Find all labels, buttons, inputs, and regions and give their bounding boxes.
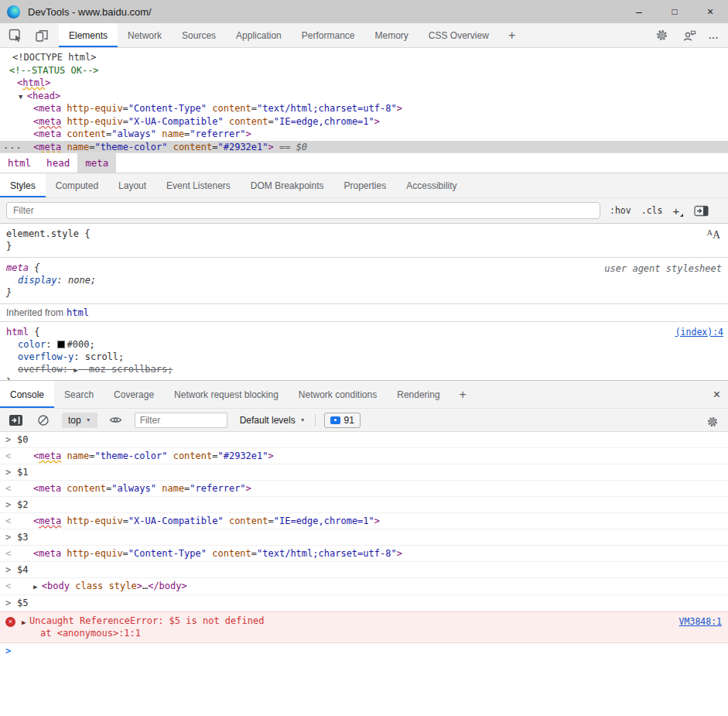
- tab-elements[interactable]: Elements: [59, 23, 118, 47]
- close-button[interactable]: ×: [692, 0, 728, 23]
- breadcrumb: html head meta: [0, 152, 728, 173]
- console-input-row[interactable]: >$1: [0, 464, 728, 481]
- css-declaration-line[interactable]: }: [0, 376, 728, 380]
- add-panel-button[interactable]: +: [499, 23, 525, 47]
- css-declaration-line[interactable]: element.style {: [0, 228, 728, 240]
- dom-tree-node[interactable]: <html>: [0, 77, 728, 90]
- device-toolbar-button[interactable]: [34, 28, 50, 43]
- maximize-button[interactable]: □: [657, 0, 692, 23]
- tab-dom-breakpoints[interactable]: DOM Breakpoints: [241, 173, 334, 197]
- tab-network-request-blocking[interactable]: Network request blocking: [164, 381, 289, 408]
- tab-css-overview[interactable]: CSS Overview: [419, 23, 499, 47]
- tab-performance[interactable]: Performance: [292, 23, 365, 47]
- tab-rendering[interactable]: Rendering: [387, 381, 449, 408]
- console-input-row[interactable]: >$3: [0, 529, 728, 546]
- output-chevron-icon: <: [5, 448, 11, 464]
- tab-coverage[interactable]: Coverage: [104, 381, 164, 408]
- inherited-from-row: Inherited fromhtml: [0, 304, 728, 322]
- breadcrumb-meta[interactable]: meta: [77, 153, 116, 173]
- toggle-element-state-button[interactable]: :hov: [610, 205, 631, 216]
- console-settings-button[interactable]: [705, 414, 720, 430]
- tab-computed[interactable]: Computed: [46, 173, 108, 197]
- breadcrumb-html[interactable]: html: [0, 153, 39, 173]
- more-options-button[interactable]: ...: [709, 30, 719, 41]
- console-filter-input[interactable]: [135, 413, 227, 428]
- console-messages: >$0<<meta name="theme-color" content="#2…: [0, 432, 728, 662]
- css-declaration-line[interactable]: color: #000;: [0, 338, 728, 351]
- prompt-chevron-icon: >: [5, 643, 11, 659]
- tab-memory[interactable]: Memory: [365, 23, 419, 47]
- console-result-row[interactable]: <<meta http-equiv="X-UA-Compatible" cont…: [0, 513, 728, 529]
- inherited-node-link[interactable]: html: [67, 307, 89, 318]
- expand-triangle-icon[interactable]: ▶: [22, 616, 26, 629]
- add-drawer-tab-button[interactable]: +: [450, 381, 476, 408]
- console-result-row[interactable]: <<meta name="theme-color" content="#2932…: [0, 448, 728, 464]
- clear-console-button[interactable]: [36, 413, 51, 428]
- minimize-button[interactable]: –: [621, 0, 657, 23]
- error-text: Uncaught ReferenceError: $5 is not defin…: [0, 615, 728, 627]
- inspect-element-button[interactable]: [8, 28, 23, 43]
- console-result-row[interactable]: <<meta content="always" name="referrer">: [0, 481, 728, 497]
- console-prompt[interactable]: >: [0, 643, 728, 662]
- styles-filter-input[interactable]: [6, 202, 600, 219]
- input-chevron-icon: >: [5, 497, 11, 512]
- tab-application[interactable]: Application: [226, 23, 292, 47]
- tab-properties[interactable]: Properties: [334, 173, 397, 197]
- close-drawer-button[interactable]: ×: [713, 381, 720, 409]
- dom-tree: <!DOCTYPE html><!--STATUS OK--><html>▼ <…: [0, 48, 728, 152]
- output-chevron-icon: <: [5, 578, 11, 594]
- console-error-message[interactable]: ×▶Uncaught ReferenceError: $5 is not def…: [0, 612, 728, 643]
- css-declaration-line[interactable]: }: [0, 240, 728, 252]
- issues-counter[interactable]: 91: [324, 413, 361, 428]
- computed-sidebar-toggle-button[interactable]: [693, 203, 709, 218]
- console-sidebar-toggle-button[interactable]: [8, 413, 23, 428]
- style-rule-element-style[interactable]: element.style {} AA: [0, 224, 728, 258]
- css-declaration-line[interactable]: overflow-y: scroll;: [0, 351, 728, 363]
- breadcrumb-head[interactable]: head: [39, 153, 77, 173]
- feedback-button[interactable]: [682, 28, 697, 43]
- dom-tree-node[interactable]: ▼ <head>: [0, 90, 728, 103]
- css-declaration-line[interactable]: display: none;: [0, 274, 728, 286]
- console-sidebar-icon: [9, 415, 22, 426]
- dom-tree-node-selected[interactable]: ...<meta name="theme-color" content="#29…: [0, 141, 728, 153]
- dom-tree-node[interactable]: <meta http-equiv="X-UA-Compatible" conte…: [0, 115, 728, 128]
- css-declaration-line[interactable]: html {: [0, 326, 728, 338]
- tab-search[interactable]: Search: [54, 381, 104, 408]
- css-declaration-line[interactable]: overflow: ▶ -moz-scrollbars;: [0, 363, 728, 376]
- tab-event-listeners[interactable]: Event Listeners: [156, 173, 241, 197]
- tab-network[interactable]: Network: [118, 23, 172, 47]
- tab-styles[interactable]: Styles: [0, 173, 46, 197]
- dom-tree-node[interactable]: <meta content="always" name="referrer">: [0, 128, 728, 141]
- css-declaration-line[interactable]: }: [0, 286, 728, 299]
- tab-accessibility[interactable]: Accessibility: [396, 173, 467, 197]
- tab-network-conditions[interactable]: Network conditions: [289, 381, 387, 408]
- create-live-expression-button[interactable]: [108, 413, 124, 428]
- dom-tree-node[interactable]: <!--STATUS OK-->: [0, 64, 728, 77]
- new-style-rule-button[interactable]: +: [672, 204, 683, 218]
- console-input-row[interactable]: >$4: [0, 562, 728, 578]
- console-result-row[interactable]: <<meta http-equiv="Content-Type" content…: [0, 546, 728, 562]
- dom-tree-node[interactable]: <meta http-equiv="Content-Type" content=…: [0, 102, 728, 115]
- font-editor-icon[interactable]: AA: [707, 228, 720, 242]
- settings-button[interactable]: [655, 28, 670, 43]
- javascript-context-selector[interactable]: top▼: [62, 413, 97, 428]
- console-input-row[interactable]: >$2: [0, 497, 728, 513]
- stylesheet-source-link[interactable]: (index):4: [675, 327, 723, 337]
- console-input-row[interactable]: >$0: [0, 432, 728, 448]
- clear-icon: [37, 414, 50, 427]
- input-chevron-icon: >: [5, 529, 11, 545]
- tab-console[interactable]: Console: [0, 381, 54, 408]
- error-source-link[interactable]: VM3848:1: [679, 615, 722, 628]
- input-chevron-icon: >: [5, 595, 11, 611]
- style-rule-html[interactable]: (index):4 html {color: #000;overflow-y: …: [0, 322, 728, 380]
- log-levels-dropdown[interactable]: Default levels▼: [240, 415, 306, 426]
- console-input-row[interactable]: >$5: [0, 595, 728, 612]
- tab-layout[interactable]: Layout: [108, 173, 156, 197]
- style-rule-user-agent-meta[interactable]: user agent stylesheet meta {display: non…: [0, 258, 728, 304]
- console-result-row[interactable]: <▶ <body class style>…</body>: [0, 578, 728, 595]
- tab-sources[interactable]: Sources: [172, 23, 226, 47]
- element-classes-button[interactable]: .cls: [641, 205, 663, 216]
- input-chevron-icon: >: [5, 562, 11, 577]
- dom-tree-node[interactable]: <!DOCTYPE html>: [0, 51, 728, 64]
- node-menu-dots[interactable]: ...: [3, 139, 22, 152]
